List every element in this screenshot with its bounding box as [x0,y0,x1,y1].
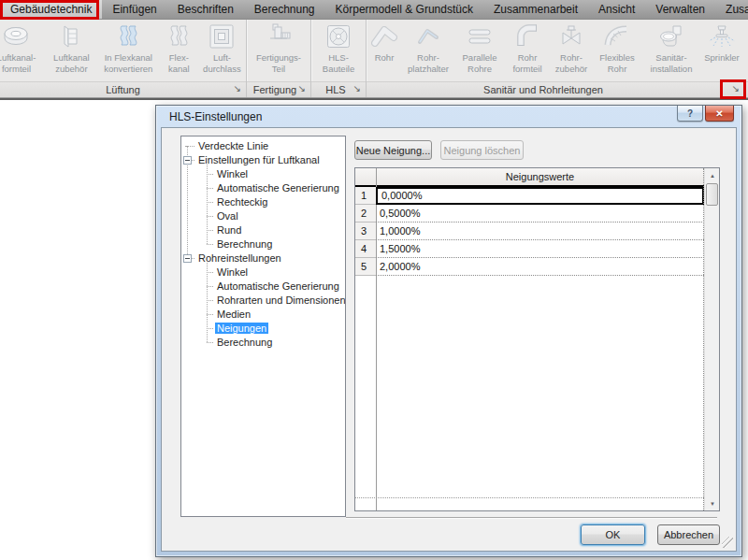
help-button[interactable]: ? [677,106,703,122]
row-number: 1 [355,187,376,205]
dialog-titlebar[interactable]: HLS-Einstellungen [156,106,741,127]
tree-item-automatische-generierung-rohr[interactable]: Automatische Generierung [181,280,345,294]
duct-fitting-icon [1,22,31,51]
scrollbar-thumb[interactable] [706,183,718,206]
slope-value-cell[interactable]: 1,0000% [376,223,704,240]
tab-ansicht[interactable]: Ansicht [588,0,645,19]
tree-item-medien[interactable]: Medien [181,308,345,322]
parallel-pipes-button[interactable]: Parallele Rohre [454,20,505,81]
tree-item-einstellungen-luftkanal[interactable]: Einstellungen für Luftkanal [181,153,345,167]
panel-launcher-icon[interactable]: ↘ [353,83,361,93]
sprinkler-button[interactable]: Sprinkler [698,20,745,81]
pipe-button[interactable]: Rohr [367,20,402,81]
tab-koerpermodell-grundstueck[interactable]: Körpermodell & Grundstück [325,0,483,19]
collapse-icon[interactable] [183,254,192,263]
mechanical-equipment-button[interactable]: HLS- Bauteile [313,20,364,81]
footer-separator [346,517,717,518]
pipe-placeholder-icon [413,22,443,51]
table-bottom-divider [355,497,704,498]
plumbing-fixture-icon [656,22,686,51]
tree-item-berechnung-luftkanal[interactable]: Berechnung [181,237,345,251]
convert-flex-duct-button[interactable]: In Flexkanal konvertieren [100,20,157,81]
slope-value-cell[interactable]: 0,0000% [376,187,704,205]
tab-zusammenarbeit[interactable]: Zusammenarbeit [483,0,588,19]
slope-value-cell[interactable]: 2,0000% [376,258,704,276]
table-scrollbar[interactable]: ▲ ▼ [704,168,719,510]
dialog-title: HLS-Einstellungen [169,110,262,123]
flex-pipe-button[interactable]: Flexibles Rohr [593,20,641,81]
tree-item-verdeckte-linie[interactable]: Verdeckte Linie [181,139,345,153]
panel-launcher-icon[interactable]: ↘ [732,83,740,93]
cancel-button[interactable]: Abbrechen [657,524,720,545]
resize-grip[interactable] [722,537,733,548]
row-number: 3 [355,223,376,240]
tree-item-rohreinstellungen[interactable]: Rohreinstellungen [181,251,345,266]
table-row: 3 1,0000% [355,223,704,240]
delete-slope-button[interactable]: Neigung löschen [440,140,524,160]
ribbon-tab-bar: Gebäudetechnik Einfügen Beschriften Bere… [0,0,748,20]
panel-footer-fertigung[interactable]: Fertigung ↘ [247,81,310,97]
panel-label: HLS [325,84,345,95]
new-slope-button[interactable]: Neue Neigung... [354,140,432,160]
collapse-icon[interactable] [183,156,192,165]
tab-beschriften[interactable]: Beschriften [167,0,244,19]
pipe-icon [369,22,399,51]
close-icon: ✕ [715,108,723,119]
parallel-pipes-icon [465,22,495,51]
tree-item-berechnung-rohr[interactable]: Berechnung [181,336,345,350]
panel-label: Sanitär und Rohrleitungen [483,84,603,95]
sprinkler-icon [707,22,737,51]
pipe-fitting-icon [512,22,542,51]
table-row: 4 1,5000% [355,240,704,258]
panel-launcher-icon[interactable]: ↘ [298,83,306,93]
scroll-down-icon[interactable]: ▼ [705,496,720,510]
tree-item-winkel-rohr[interactable]: Winkel [181,266,345,280]
tree-item-oval[interactable]: Oval [181,209,345,223]
tab-berechnung[interactable]: Berechnung [244,0,325,19]
tree-item-automatische-generierung-luftkanal[interactable]: Automatische Generierung [181,181,345,195]
tree-item-rohrarten-und-dimensionen[interactable]: Rohrarten und Dimensionen [181,294,345,308]
table-row: 5 2,0000% [355,258,704,276]
plumbing-fixture-button[interactable]: Sanitär- installation [644,20,698,81]
convert-flex-duct-icon [113,22,143,51]
fabrication-part-button[interactable]: Fertigungs- Teil [249,20,309,81]
panel-footer-lueftung[interactable]: Lüftung ↘ [0,81,246,97]
pipe-fitting-button[interactable]: Rohr formteil [505,20,550,81]
flex-duct-icon [164,22,194,51]
tab-gebaeudetechnik[interactable]: Gebäudetechnik [0,0,102,19]
tree-item-rechteckig[interactable]: Rechteckig [181,195,345,209]
table-row: 2 0,5000% [355,205,704,223]
scroll-up-icon[interactable]: ▲ [705,168,720,182]
panel-sanitaer-rohrleitungen: Rohr Rohr- platzhalter Parallele Rohre R… [367,20,748,97]
pipe-placeholder-button[interactable]: Rohr- platzhalter [402,20,454,81]
pipe-accessory-button[interactable]: Rohr- zubehör [550,20,593,81]
pipe-accessory-icon [556,22,586,51]
ok-button[interactable]: OK [581,524,645,545]
table-header-neigungswerte: Neigungswerte [376,168,704,185]
row-number: 2 [355,205,376,223]
duct-accessory-button[interactable]: Luftkanal zubehör [43,20,100,81]
hls-settings-dialog: HLS-Einstellungen ? ✕ Verdeckte Linie Ei… [155,105,742,557]
close-button[interactable]: ✕ [705,106,734,122]
slope-value-cell[interactable]: 0,5000% [376,205,704,223]
tab-einfuegen[interactable]: Einfügen [102,0,166,19]
slope-value-cell[interactable]: 1,5000% [376,240,704,258]
panel-footer-sanitaer[interactable]: Sanitär und Rohrleitungen ↘ [367,81,748,97]
tab-verwalten[interactable]: Verwalten [645,0,715,19]
tree-item-winkel-luftkanal[interactable]: Winkel [181,167,345,181]
panel-label: Lüftung [106,84,140,95]
tab-zusatzmodule[interactable]: Zusatzmodule [715,0,748,19]
panel-launcher-icon[interactable]: ↘ [234,83,241,93]
tree-item-neigungen[interactable]: Neigungen [181,322,345,336]
duct-fitting-button[interactable]: Luftkanal- formteil [0,20,43,81]
panel-footer-hls[interactable]: HLS ↘ [311,81,366,97]
fabrication-part-icon [264,22,294,51]
panel-lueftung: Luftkanal- formteil Luftkanal zubehör In… [0,20,247,97]
panel-fertigung: Fertigungs- Teil Fertigung ↘ [247,20,311,97]
ribbon-bottom-edge [0,97,748,100]
duct-accessory-icon [56,22,86,51]
tree-item-rund[interactable]: Rund [181,223,345,237]
air-terminal-button[interactable]: Luft- durchlass [198,20,246,81]
flex-duct-button[interactable]: Flex- kanal [160,20,198,81]
table-corner-cell [355,168,376,185]
